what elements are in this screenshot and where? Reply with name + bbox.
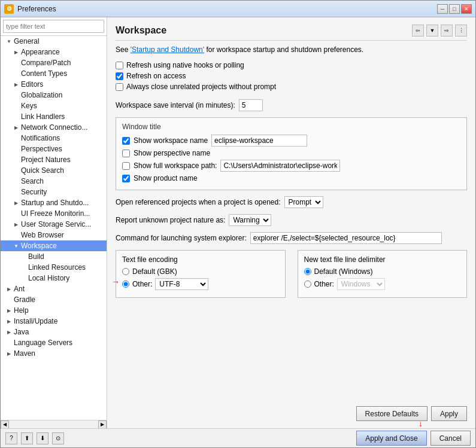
expand-arrow-network (13, 124, 20, 131)
sidebar-label-maven: Maven (14, 349, 35, 358)
scroll-left[interactable]: ◀ (1, 420, 9, 429)
show-perspective-checkbox[interactable] (122, 150, 130, 157)
sidebar-item-link-handlers[interactable]: Link Handlers (1, 111, 107, 122)
sidebar-item-notifications[interactable]: Notifications (1, 133, 107, 144)
sidebar-item-lang-servers[interactable]: Language Servers (1, 337, 107, 348)
scroll-right[interactable]: ▶ (98, 420, 107, 429)
open-referenced-row: Open referenced projects when a project … (116, 196, 467, 208)
command-explorer-row: Command for launching system explorer: (116, 232, 467, 244)
apply-button[interactable]: Apply (431, 406, 467, 421)
description: See 'Startup and Shutdown' for workspace… (116, 45, 467, 54)
footer-bar: ? ⬆ ⬇ ⊙ ↓ Apply and Close Cancel (1, 428, 475, 447)
sidebar-label-ant: Ant (14, 285, 25, 293)
sidebar-item-install[interactable]: Install/Update (1, 316, 107, 327)
expand-arrow-maven (5, 350, 13, 357)
sidebar-item-user-storage[interactable]: User Storage Servic... (1, 219, 107, 230)
command-explorer-input[interactable] (250, 232, 442, 244)
delimiter-other-label: Other: (314, 280, 334, 288)
expand-arrow-install (5, 318, 13, 325)
encoding-default-row: Default (GBK) (122, 267, 279, 276)
text-encoding-box: Text file encoding Default (GBK) → Other… (116, 250, 286, 298)
save-interval-label: Workspace save interval (in minutes): (116, 101, 235, 109)
cancel-button[interactable]: Cancel (430, 431, 471, 446)
sidebar-item-perspectives[interactable]: Perspectives (1, 144, 107, 154)
sidebar-item-workspace[interactable]: Workspace (1, 240, 107, 251)
help-button[interactable]: ? (5, 432, 17, 444)
encoding-default-radio[interactable] (122, 268, 129, 275)
encoding-other-row: → Other: UTF-8 GBK ISO-8859-1 UTF-16 (122, 278, 279, 290)
show-product-checkbox[interactable] (122, 175, 130, 182)
sidebar-item-quick-search[interactable]: Quick Search (1, 165, 107, 176)
save-interval-input[interactable] (239, 99, 263, 111)
full-path-input[interactable] (220, 160, 340, 172)
sidebar-item-search[interactable]: Search (1, 176, 107, 187)
encoding-other-select[interactable]: UTF-8 GBK ISO-8859-1 UTF-16 (155, 278, 208, 290)
show-workspace-checkbox[interactable] (122, 137, 130, 145)
sidebar-item-web-browser[interactable]: Web Browser (1, 230, 107, 240)
refresh-access-checkbox[interactable] (116, 72, 123, 80)
show-full-path-row: Show full workspace path: (122, 160, 460, 172)
sidebar-item-project-natures[interactable]: Project Natures (1, 154, 107, 165)
sidebar-item-keys[interactable]: Keys (1, 100, 107, 111)
preferences-window: ⚙ Preferences ─ □ ✕ General Appearance (0, 0, 476, 448)
sidebar-label-ui: UI Freeze Monitorin... (21, 209, 90, 218)
workspace-name-input[interactable] (211, 135, 307, 147)
import-button[interactable]: ⬇ (37, 432, 48, 444)
minimize-button[interactable]: ─ (437, 4, 448, 14)
refresh-native-checkbox[interactable] (116, 62, 123, 69)
sidebar-item-appearance[interactable]: Appearance (1, 47, 107, 57)
sidebar-label-install: Install/Update (14, 317, 57, 325)
sidebar-label-linked: Linked Resources (28, 263, 86, 272)
delimiter-other-select[interactable]: Windows Unix Mac (337, 278, 385, 290)
sidebar-item-globalization[interactable]: Globalization (1, 90, 107, 100)
sidebar-label-gradle: Gradle (14, 295, 35, 304)
sidebar-item-linked-resources[interactable]: Linked Resources (1, 262, 107, 273)
sidebar-item-ant[interactable]: Ant (1, 284, 107, 294)
sidebar-item-startup[interactable]: Startup and Shutdo... (1, 197, 107, 208)
sidebar-item-gradle[interactable]: Gradle (1, 294, 107, 305)
scroll-track[interactable] (9, 420, 98, 428)
filter-input[interactable] (3, 20, 104, 33)
sidebar-item-build[interactable]: Build (1, 251, 107, 262)
sidebar-item-local-history[interactable]: Local History (1, 273, 107, 284)
sidebar-item-ui-freeze[interactable]: UI Freeze Monitorin... (1, 208, 107, 219)
sidebar-label-glob: Globalization (21, 91, 62, 99)
maximize-button[interactable]: □ (449, 4, 460, 14)
delimiter-other-radio[interactable] (304, 281, 311, 288)
sidebar-item-help[interactable]: Help (1, 305, 107, 316)
export-button[interactable]: ⬆ (21, 432, 33, 444)
sidebar-item-maven[interactable]: Maven (1, 348, 107, 359)
show-product-row: Show product name (122, 174, 460, 182)
refresh-access-label: Refresh on access (126, 72, 186, 80)
nav-dropdown-button[interactable]: ▼ (426, 25, 438, 36)
sidebar-item-java[interactable]: Java (1, 327, 107, 337)
always-close-checkbox[interactable] (116, 83, 123, 91)
sidebar-label-keys: Keys (21, 102, 37, 110)
delimiter-default-radio[interactable] (304, 268, 311, 275)
nav-forward-button[interactable]: ⇨ (441, 25, 453, 36)
refresh-native-label: Refresh using native hooks or polling (126, 61, 244, 69)
sidebar-item-editors[interactable]: Editors (1, 79, 107, 90)
settings-button[interactable]: ⊙ (52, 432, 64, 444)
report-unknown-label: Report unknown project nature as: (116, 216, 225, 224)
nav-back-button[interactable]: ⇦ (412, 25, 424, 36)
nav-menu-button[interactable]: ⋮ (455, 25, 467, 36)
text-encoding-title: Text file encoding (122, 255, 279, 264)
sidebar-item-security[interactable]: Security (1, 187, 107, 197)
sidebar-item-content-types[interactable]: Content Types (1, 68, 107, 79)
sidebar-item-compare-patch[interactable]: Compare/Patch (1, 57, 107, 68)
sidebar-item-network[interactable]: Network Connectio... (1, 122, 107, 133)
desc-suffix: for workspace startup and shutdown prefe… (206, 45, 363, 54)
encoding-other-radio[interactable] (122, 281, 129, 288)
sidebar-item-general[interactable]: General (1, 36, 107, 47)
apply-close-button[interactable]: Apply and Close (356, 431, 426, 446)
restore-defaults-button[interactable]: Restore Defaults (356, 406, 428, 421)
startup-shutdown-link[interactable]: 'Startup and Shutdown' (131, 45, 204, 54)
show-perspective-label: Show perspective name (134, 149, 210, 157)
report-unknown-select[interactable]: Warning Error Info Ignore (229, 214, 271, 226)
always-close-row: Always close unrelated projects without … (116, 83, 467, 91)
open-referenced-select[interactable]: Prompt Always Never (284, 196, 323, 208)
sidebar-label-proj: Project Natures (21, 156, 71, 164)
show-full-path-checkbox[interactable] (122, 162, 130, 170)
close-button[interactable]: ✕ (461, 4, 472, 14)
